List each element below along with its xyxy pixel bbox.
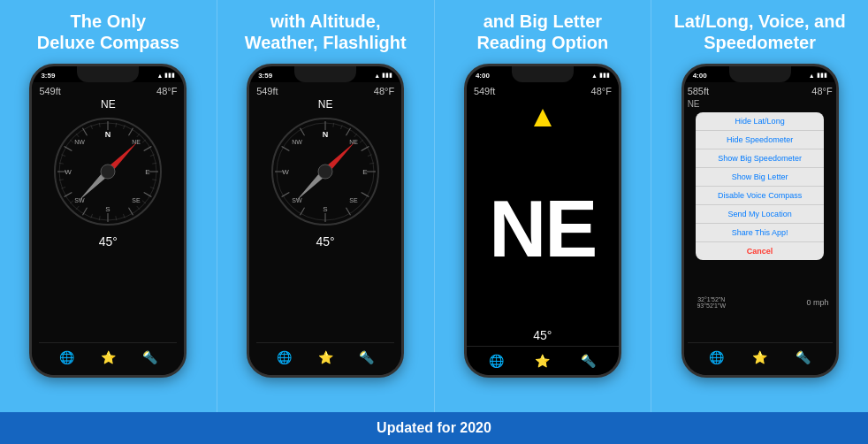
menu-cancel[interactable]: Cancel bbox=[696, 242, 824, 260]
svg-line-12 bbox=[65, 147, 72, 151]
panel-2: with Altitude,Weather, Flashlight 3:59 ▲… bbox=[217, 0, 434, 412]
panel-3: and Big LetterReading Option 4:00 ▲ ▮▮▮ … bbox=[435, 0, 651, 412]
globe-icon-4[interactable]: 🌐 bbox=[707, 348, 725, 366]
compass-screen-1: 549ft 48°F NE bbox=[32, 82, 184, 375]
wifi-icon-4: ▲ bbox=[809, 73, 815, 79]
svg-text:NW: NW bbox=[292, 139, 302, 145]
svg-line-61 bbox=[282, 147, 290, 151]
altitude-1: 549ft bbox=[39, 86, 60, 96]
svg-line-13 bbox=[83, 128, 88, 136]
flashlight-icon-4[interactable]: 🔦 bbox=[795, 348, 812, 366]
svg-text:W: W bbox=[282, 168, 289, 176]
info-row-1: 549ft 48°F bbox=[39, 86, 177, 96]
svg-point-48 bbox=[101, 165, 115, 179]
bottom-bar-1: 🌐 ⭐ 🔦 bbox=[39, 342, 177, 371]
panel-2-title: with Altitude,Weather, Flashlight bbox=[245, 7, 407, 57]
globe-icon-1[interactable]: 🌐 bbox=[58, 348, 76, 366]
menu-show-big-speedometer[interactable]: Show Big Speedometer bbox=[696, 149, 824, 168]
status-time-2: 3:59 bbox=[258, 72, 272, 80]
svg-line-16 bbox=[137, 134, 140, 137]
status-icons-2: ▲ ▮▮▮ bbox=[374, 72, 392, 79]
info-row-3: 549ft 48°F bbox=[467, 82, 619, 100]
status-icons-3: ▲ ▮▮▮ bbox=[591, 72, 610, 79]
svg-point-79 bbox=[318, 165, 332, 179]
svg-text:SE: SE bbox=[133, 197, 141, 203]
bottom-bar-3: 🌐 ⭐ 🔦 bbox=[467, 346, 619, 375]
svg-text:NW: NW bbox=[75, 139, 86, 145]
panel-4-title: Lat/Long, Voice, andSpeedometer bbox=[674, 7, 846, 57]
globe-icon-2[interactable]: 🌐 bbox=[275, 348, 293, 366]
menu-share-app[interactable]: Share This App! bbox=[696, 224, 824, 242]
svg-line-62 bbox=[301, 128, 305, 136]
bottom-banner: Updated for 2020 bbox=[0, 412, 868, 444]
info-row-2: 549ft 48°F bbox=[256, 86, 394, 96]
svg-text:N: N bbox=[323, 130, 329, 139]
svg-text:W: W bbox=[65, 168, 72, 176]
phone-notch-1 bbox=[77, 66, 139, 82]
big-degrees: 45° bbox=[533, 328, 552, 346]
triangle-arrow bbox=[534, 109, 552, 126]
star-icon-3[interactable]: ⭐ bbox=[534, 352, 552, 370]
flashlight-icon-2[interactable]: 🔦 bbox=[358, 348, 376, 366]
bottom-banner-text: Updated for 2020 bbox=[377, 420, 491, 436]
svg-line-53 bbox=[362, 147, 369, 151]
phone-screen-2: 3:59 ▲ ▮▮▮ 549ft 48°F NE bbox=[249, 66, 401, 375]
phone-screen-4: 4:00 ▲ ▮▮▮ 585ft 48°F NE Hide Lat/Long H… bbox=[684, 66, 836, 375]
battery-icon-4: ▮▮▮ bbox=[817, 72, 827, 79]
svg-line-22 bbox=[142, 201, 146, 203]
big-letter-text: NE bbox=[489, 130, 596, 328]
battery-icon-3: ▮▮▮ bbox=[599, 72, 610, 79]
flashlight-icon-1[interactable]: 🔦 bbox=[141, 348, 158, 366]
temperature-2: 48°F bbox=[374, 86, 394, 96]
big-letter-screen: 549ft 48°F NE 45° 🌐 ⭐ 🔦 bbox=[467, 82, 619, 375]
coordinates: 32°1'52"N 93°52'1"W bbox=[691, 296, 732, 309]
svg-line-23 bbox=[137, 206, 140, 210]
phone-frame-1: 3:59 ▲ ▮▮▮ 549ft 48°F NE bbox=[29, 64, 187, 378]
svg-text:SE: SE bbox=[349, 197, 358, 203]
direction-2: NE bbox=[318, 98, 333, 111]
menu-hide-speedometer[interactable]: Hide Speedometer bbox=[696, 131, 824, 149]
svg-line-58 bbox=[301, 208, 305, 216]
context-menu: Hide Lat/Long Hide Speedometer Show Big … bbox=[696, 112, 824, 260]
panel-4: Lat/Long, Voice, andSpeedometer 4:00 ▲ ▮… bbox=[651, 0, 868, 412]
menu-disable-voice[interactable]: Disable Voice Compass bbox=[696, 187, 824, 205]
status-icons-4: ▲ ▮▮▮ bbox=[809, 72, 827, 79]
temperature-3: 48°F bbox=[591, 86, 612, 96]
wifi-icon-3: ▲ bbox=[591, 73, 598, 79]
degrees-2: 45° bbox=[316, 234, 335, 249]
degrees-1: 45° bbox=[99, 234, 118, 249]
svg-line-66 bbox=[360, 140, 363, 142]
svg-line-4 bbox=[144, 147, 152, 151]
wifi-icon-2: ▲ bbox=[374, 73, 380, 79]
svg-text:NE: NE bbox=[133, 139, 141, 145]
flashlight-icon-3[interactable]: 🔦 bbox=[580, 352, 598, 370]
svg-line-29 bbox=[70, 201, 73, 203]
phone-screen-1: 3:59 ▲ ▮▮▮ 549ft 48°F NE bbox=[32, 66, 184, 375]
altitude-3: 549ft bbox=[474, 86, 495, 96]
wifi-icon-1: ▲ bbox=[156, 73, 163, 79]
phone-notch-3 bbox=[512, 66, 574, 82]
globe-icon-3[interactable]: 🌐 bbox=[488, 352, 506, 370]
phone-notch-2 bbox=[294, 66, 356, 82]
panel-1-title: The OnlyDeluxe Compass bbox=[37, 7, 179, 57]
info-row-4: 585ft 48°F bbox=[688, 86, 833, 96]
menu-show-big-letter[interactable]: Show Big Letter bbox=[696, 168, 824, 187]
svg-text:S: S bbox=[323, 205, 327, 213]
svg-line-9 bbox=[83, 208, 88, 216]
compass-screen-2: 549ft 48°F NE bbox=[249, 82, 401, 375]
star-icon-4[interactable]: ⭐ bbox=[751, 348, 769, 366]
direction-4: NE bbox=[688, 99, 700, 109]
star-icon-1[interactable]: ⭐ bbox=[99, 348, 117, 366]
phone-frame-3: 4:00 ▲ ▮▮▮ 549ft 48°F NE 45° bbox=[464, 64, 621, 378]
phone-frame-2: 3:59 ▲ ▮▮▮ 549ft 48°F NE bbox=[247, 64, 404, 378]
menu-hide-lat-long[interactable]: Hide Lat/Long bbox=[696, 112, 824, 131]
svg-line-65 bbox=[354, 134, 357, 137]
svg-line-17 bbox=[142, 140, 146, 142]
svg-line-6 bbox=[144, 193, 152, 197]
svg-line-35 bbox=[76, 134, 79, 137]
svg-text:S: S bbox=[106, 205, 110, 213]
star-icon-2[interactable]: ⭐ bbox=[316, 348, 334, 366]
battery-icon-2: ▮▮▮ bbox=[382, 72, 392, 79]
menu-send-location[interactable]: Send My Location bbox=[696, 205, 824, 224]
svg-line-55 bbox=[362, 193, 369, 197]
